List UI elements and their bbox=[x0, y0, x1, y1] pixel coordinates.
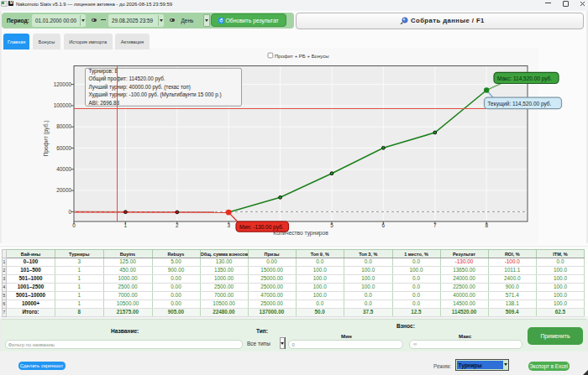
svg-text:Турниров: 8: Турниров: 8 bbox=[89, 68, 118, 75]
svg-text:0: 0 bbox=[68, 209, 71, 215]
svg-text:Макс: 114,520.00 руб.: Макс: 114,520.00 руб. bbox=[497, 76, 552, 82]
svg-text:100000: 100000 bbox=[54, 102, 72, 108]
svg-text:80000: 80000 bbox=[56, 123, 71, 129]
svg-text:7: 7 bbox=[433, 222, 437, 228]
svg-text:40000: 40000 bbox=[56, 166, 71, 172]
svg-text:2: 2 bbox=[176, 222, 179, 228]
svg-text:Мин: -130.00 руб.: Мин: -130.00 руб. bbox=[239, 224, 284, 231]
svg-text:8: 8 bbox=[485, 222, 488, 228]
svg-text:120000: 120000 bbox=[54, 81, 72, 87]
svg-text:6: 6 bbox=[382, 222, 386, 228]
svg-text:3: 3 bbox=[227, 222, 230, 228]
svg-text:60000: 60000 bbox=[56, 145, 71, 151]
svg-text:20000: 20000 bbox=[56, 187, 71, 193]
svg-text:Текущий: 114,520.00 руб.: Текущий: 114,520.00 руб. bbox=[488, 101, 552, 107]
svg-text:5: 5 bbox=[330, 222, 333, 228]
svg-text:Общий профит: 114520.00 руб.: Общий профит: 114520.00 руб. bbox=[89, 76, 165, 82]
svg-text:0: 0 bbox=[72, 222, 76, 228]
svg-text:Худший турнир: -100.00 руб. (М: Худший турнир: -100.00 руб. (Мультибаунт… bbox=[89, 91, 222, 98]
svg-text:1: 1 bbox=[124, 222, 128, 228]
svg-text:Профит (руб.): Профит (руб.) bbox=[43, 121, 50, 157]
svg-text:ABI: 2696.88: ABI: 2696.88 bbox=[89, 100, 120, 106]
svg-text:Профит + РБ + Бонусы: Профит + РБ + Бонусы bbox=[275, 54, 328, 59]
svg-text:Лучший турнир: 40000.00 руб. (: Лучший турнир: 40000.00 руб. (техас топ) bbox=[89, 84, 191, 91]
